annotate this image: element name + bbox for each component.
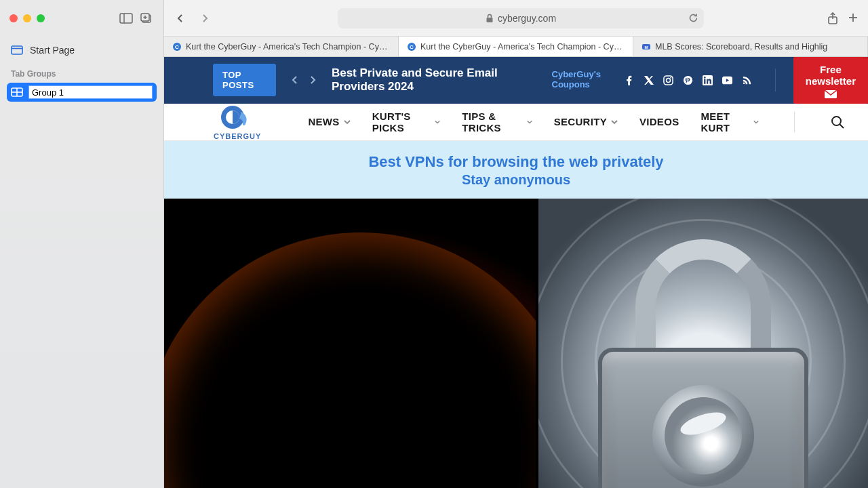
tab-title: Kurt the CyberGuy - America's Tech Champ… (186, 42, 390, 52)
search-icon[interactable] (830, 115, 845, 129)
lock-icon (486, 14, 494, 23)
envelope-icon (825, 90, 837, 98)
coupons-line1: CyberGuy's (552, 70, 601, 80)
newsletter-cta[interactable]: Free newsletter (793, 57, 868, 104)
promo-banner[interactable]: Best VPNs for browsing the web privately… (164, 141, 868, 199)
favicon-cyberguy-icon: C (407, 42, 416, 52)
chevron-down-icon (753, 119, 759, 125)
main-menu: NEWS KURT'S PICKS TIPS & TRICKS SECURITY… (308, 110, 759, 134)
brand-text: CYBERGUY (214, 132, 261, 140)
pinterest-icon[interactable] (683, 75, 693, 85)
top-posts-headline[interactable]: Best Private and Secure Email Providers … (332, 66, 540, 94)
close-window-button[interactable] (9, 14, 18, 22)
tab-group-name-input[interactable] (28, 85, 153, 99)
svg-text:C: C (410, 44, 414, 50)
tab-title: MLB Scores: Scoreboard, Results and High… (655, 42, 827, 52)
padlock-vault-image (538, 199, 868, 489)
menu-news[interactable]: NEWS (308, 116, 350, 127)
svg-rect-27 (704, 79, 705, 83)
forward-button[interactable] (195, 9, 214, 28)
address-bar-url: cyberguy.com (498, 13, 556, 24)
toggle-sidebar-icon[interactable] (119, 12, 134, 24)
newsletter-line2: newsletter (806, 75, 856, 87)
zoom-window-button[interactable] (37, 14, 45, 22)
sidebar-tab-group-editing[interactable] (7, 83, 157, 102)
topbar-divider (775, 68, 776, 92)
browser-toolbar: cyberguy.com (164, 0, 868, 37)
top-posts-badge[interactable]: TOP POSTS (213, 64, 276, 96)
svg-rect-6 (12, 46, 22, 54)
svg-rect-22 (664, 76, 673, 85)
site-topbar: TOP POSTS Best Private and Secure Email … (164, 57, 868, 104)
svg-rect-11 (486, 18, 492, 22)
x-twitter-icon[interactable] (644, 75, 654, 85)
safari-sidebar: Start Page Tab Groups (0, 0, 164, 488)
chevron-down-icon (344, 119, 351, 125)
tab-2[interactable]: M MLB Scores: Scoreboard, Results and Hi… (633, 37, 868, 56)
share-icon[interactable] (827, 12, 838, 24)
youtube-icon[interactable] (722, 75, 732, 85)
coupons-line2: Coupons (552, 80, 601, 90)
sidebar-top (0, 0, 163, 37)
cyberguy-logo-icon (219, 104, 256, 131)
top-posts-prev-icon[interactable] (288, 73, 302, 87)
new-tab-icon[interactable] (848, 12, 859, 24)
navbar-divider (794, 112, 795, 132)
menu-videos[interactable]: VIDEOS (639, 116, 679, 127)
chevron-down-icon (611, 119, 618, 125)
menu-meet-kurt[interactable]: MEET KURT (701, 110, 759, 134)
sidebar-item-label: Start Page (30, 45, 75, 56)
eclipse-image (164, 199, 536, 489)
favicon-cyberguy-icon: C (172, 42, 182, 52)
address-bar[interactable]: cyberguy.com (338, 8, 704, 28)
instagram-icon[interactable] (663, 75, 673, 85)
tab-title: Kurt the CyberGuy - America's Tech Champ… (420, 42, 625, 52)
menu-security[interactable]: SECURITY (554, 116, 618, 127)
svg-rect-0 (120, 14, 132, 23)
svg-text:M: M (645, 45, 648, 49)
newsletter-line1: Free (806, 64, 856, 75)
menu-tips-tricks[interactable]: TIPS & TRICKS (462, 110, 532, 134)
chevron-down-icon (435, 119, 440, 125)
menu-kurts-picks[interactable]: KURT'S PICKS (372, 110, 441, 134)
chevron-down-icon (527, 119, 532, 125)
window-traffic-lights (9, 14, 45, 22)
favicon-mlb-icon: M (642, 42, 651, 52)
svg-point-23 (666, 78, 670, 82)
tab-strip: C Kurt the CyberGuy - America's Tech Cha… (164, 37, 868, 57)
hero-card-padlock[interactable] (538, 199, 868, 489)
coupons-link[interactable]: CyberGuy's Coupons (552, 70, 608, 90)
new-tab-group-icon[interactable] (139, 12, 154, 24)
tab-1[interactable]: C Kurt the CyberGuy - America's Tech Cha… (399, 37, 633, 56)
sidebar-item-start-page[interactable]: Start Page (7, 41, 157, 60)
tab-0[interactable]: C Kurt the CyberGuy - America's Tech Cha… (164, 37, 399, 56)
svg-point-28 (704, 77, 706, 79)
facebook-icon[interactable] (624, 75, 634, 85)
sidebar-heading-tab-groups: Tab Groups (7, 60, 157, 83)
hero-card-eclipse[interactable] (164, 199, 536, 489)
reload-icon[interactable] (688, 13, 698, 23)
back-button[interactable] (171, 9, 190, 28)
banner-line2: Stay anonymous (171, 172, 861, 188)
site-navbar: CYBERGUY NEWS KURT'S PICKS TIPS & TRICKS… (164, 104, 868, 141)
social-links (620, 75, 759, 85)
svg-point-24 (670, 77, 671, 79)
top-posts-next-icon[interactable] (306, 73, 319, 87)
svg-point-34 (832, 117, 841, 125)
address-bar-container: cyberguy.com (220, 8, 822, 28)
hero-row (164, 199, 868, 489)
linkedin-icon[interactable] (703, 75, 713, 85)
rss-icon[interactable] (742, 75, 752, 85)
svg-point-25 (684, 76, 692, 85)
svg-text:C: C (175, 44, 179, 50)
banner-line1: Best VPNs for browsing the web privately (171, 153, 861, 171)
brand-logo[interactable]: CYBERGUY (213, 104, 262, 140)
svg-line-35 (840, 124, 844, 128)
page-content: TOP POSTS Best Private and Secure Email … (164, 57, 868, 488)
minimize-window-button[interactable] (23, 14, 31, 22)
